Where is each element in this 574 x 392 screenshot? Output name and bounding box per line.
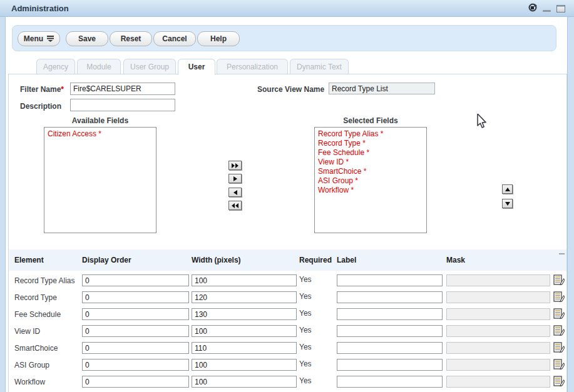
refresh-icon[interactable] <box>528 3 537 14</box>
width-input[interactable] <box>192 342 297 354</box>
required-value: Yes <box>299 359 312 368</box>
element-name: Record Type Alias <box>14 276 75 285</box>
tab-user[interactable]: User <box>178 59 215 75</box>
column-header-display-order: Display Order <box>82 256 131 264</box>
list-item[interactable]: Fee Schedule * <box>318 148 423 158</box>
table-row: View ID Yes <box>9 324 566 341</box>
mask-edit-icon[interactable] <box>553 274 565 286</box>
move-all-left-button[interactable] <box>228 201 242 210</box>
table-row: ASI Group Yes <box>9 358 566 374</box>
tab-agency[interactable]: Agency <box>36 59 75 74</box>
selected-fields-title: Selected Fields <box>314 116 427 125</box>
mask-input <box>446 291 550 303</box>
mask-edit-icon[interactable] <box>553 359 565 370</box>
list-item[interactable]: SmartChoice * <box>318 167 423 176</box>
column-header-width: Width (pixels) <box>192 256 241 264</box>
available-fields-title: Available Fields <box>44 116 156 125</box>
mask-input <box>446 342 550 354</box>
menu-button[interactable]: Menu <box>18 31 60 46</box>
mask-input <box>446 308 550 320</box>
display-order-input[interactable] <box>82 291 189 303</box>
element-name: SmartChoice <box>14 344 58 353</box>
width-input[interactable] <box>192 359 297 371</box>
width-input[interactable] <box>192 325 297 337</box>
minimize-icon[interactable] <box>543 10 551 12</box>
table-row: Workflow Yes <box>9 374 566 391</box>
tab-personalization[interactable]: Personalization <box>217 59 288 74</box>
table-row: Record Type Yes <box>9 290 566 307</box>
label-input[interactable] <box>337 325 443 337</box>
label-input[interactable] <box>337 342 443 354</box>
width-input[interactable] <box>192 376 297 388</box>
required-value: Yes <box>299 326 312 334</box>
column-header-label: Label <box>337 256 356 264</box>
toolbar: Menu Save Reset Cancel Help <box>12 25 556 51</box>
display-order-input[interactable] <box>82 274 189 286</box>
list-item[interactable]: View ID * <box>318 158 423 167</box>
list-item[interactable]: Workflow * <box>318 186 423 195</box>
save-button[interactable]: Save <box>66 31 108 46</box>
required-value: Yes <box>299 292 312 301</box>
mask-edit-icon[interactable] <box>553 291 565 303</box>
required-value: Yes <box>299 376 312 385</box>
list-item[interactable]: ASI Group * <box>318 176 423 186</box>
mask-input <box>446 325 550 337</box>
available-fields-listbox[interactable]: Citizen Access * <box>44 127 156 233</box>
width-input[interactable] <box>192 308 297 320</box>
tab-module[interactable]: Module <box>77 59 121 74</box>
window-title: Administration <box>11 4 69 13</box>
move-down-button[interactable] <box>502 199 513 208</box>
source-view-name-label: Source View Name <box>257 85 324 94</box>
label-input[interactable] <box>337 308 443 320</box>
mask-edit-icon[interactable] <box>553 376 565 387</box>
mouse-cursor <box>477 114 488 131</box>
display-order-input[interactable] <box>82 359 189 371</box>
table-row: SmartChoice Yes <box>9 341 566 358</box>
label-input[interactable] <box>337 359 443 371</box>
label-input[interactable] <box>337 376 443 388</box>
reset-button[interactable]: Reset <box>110 31 152 46</box>
help-button[interactable]: Help <box>197 31 240 46</box>
mask-input <box>446 274 550 286</box>
window-titlebar: Administration <box>0 0 574 17</box>
display-order-input[interactable] <box>82 308 189 320</box>
display-order-input[interactable] <box>82 325 189 337</box>
tab-dynamic-text[interactable]: Dynamic Text <box>290 59 349 74</box>
column-header-element: Element <box>14 256 44 264</box>
element-name: Fee Schedule <box>14 310 61 319</box>
selected-fields-listbox[interactable]: Record Type Alias * Record Type * Fee Sc… <box>314 127 427 233</box>
mask-edit-icon[interactable] <box>553 325 565 336</box>
element-name: View ID <box>14 327 40 336</box>
label-input[interactable] <box>337 274 443 286</box>
window-frame: Menu Save Reset Cancel Help Agency Modul… <box>0 17 574 392</box>
label-input[interactable] <box>337 291 443 303</box>
element-name: ASI Group <box>14 361 49 369</box>
table-row: Fee Schedule Yes <box>9 307 566 324</box>
description-label: Description <box>20 102 61 111</box>
menu-button-label: Menu <box>24 34 43 43</box>
filter-name-input[interactable] <box>70 83 175 95</box>
list-item[interactable]: Citizen Access * <box>48 129 153 139</box>
move-left-button[interactable] <box>228 188 242 197</box>
display-order-input[interactable] <box>82 342 189 354</box>
mask-edit-icon[interactable] <box>553 308 565 319</box>
display-order-input[interactable] <box>82 376 189 388</box>
required-value: Yes <box>299 275 312 284</box>
description-input[interactable] <box>70 99 175 111</box>
tab-user-group[interactable]: User Group <box>123 59 176 74</box>
list-item[interactable]: Record Type * <box>318 139 423 148</box>
cancel-button[interactable]: Cancel <box>153 31 196 46</box>
move-right-button[interactable] <box>228 174 242 183</box>
table-header: Element Display Order Width (pixels) Req… <box>9 249 566 271</box>
move-all-right-button[interactable] <box>228 161 242 170</box>
list-item[interactable]: Record Type Alias * <box>318 129 423 139</box>
move-up-button[interactable] <box>502 184 513 194</box>
maximize-icon[interactable] <box>556 5 565 13</box>
tab-bar: Agency Module User Group User Personaliz… <box>6 59 568 74</box>
required-value: Yes <box>299 309 312 318</box>
table-row: Record Type Alias Yes <box>9 273 566 290</box>
mask-edit-icon[interactable] <box>553 342 565 353</box>
width-input[interactable] <box>192 274 297 286</box>
width-input[interactable] <box>192 291 297 303</box>
element-name: Record Type <box>14 293 57 302</box>
